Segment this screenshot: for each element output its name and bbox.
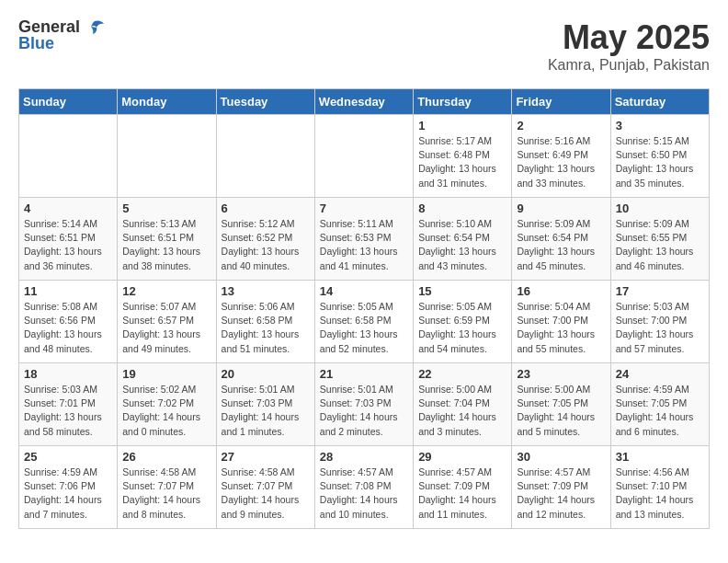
sunset-text: Sunset: 7:05 PM [517, 397, 588, 408]
sunrise-text: Sunrise: 5:10 AM [418, 218, 492, 229]
calendar-cell: 27Sunrise: 4:58 AMSunset: 7:07 PMDayligh… [216, 446, 314, 529]
day-info: Sunrise: 5:05 AMSunset: 6:59 PMDaylight:… [418, 300, 506, 356]
calendar-week-1: 1Sunrise: 5:17 AMSunset: 6:48 PMDaylight… [19, 115, 710, 198]
sunrise-text: Sunrise: 5:04 AM [517, 301, 590, 312]
sunset-text: Sunset: 6:52 PM [222, 232, 293, 243]
daylight-hours-label: Daylight: 14 hours [320, 494, 398, 505]
daylight-hours-label: Daylight: 14 hours [517, 494, 595, 505]
sunset-text: and 48 minutes. [24, 343, 93, 354]
calendar-week-2: 4Sunrise: 5:14 AMSunset: 6:51 PMDaylight… [19, 198, 710, 281]
sunrise-text: Sunrise: 4:57 AM [418, 466, 492, 477]
day-number: 3 [616, 119, 704, 132]
day-info: Sunrise: 5:00 AMSunset: 7:04 PMDaylight:… [418, 383, 506, 439]
sunset-text: and 57 minutes. [616, 343, 685, 354]
daylight-hours-label: Daylight: 13 hours [616, 163, 694, 174]
daylight-hours-label: Daylight: 14 hours [418, 494, 496, 505]
daylight-hours-label: Daylight: 13 hours [418, 163, 496, 174]
sunrise-text: Sunrise: 5:05 AM [418, 301, 492, 312]
day-info: Sunrise: 4:57 AMSunset: 7:08 PMDaylight:… [320, 465, 408, 522]
day-info: Sunrise: 5:09 AMSunset: 6:55 PMDaylight:… [616, 217, 704, 273]
day-number: 31 [616, 450, 704, 464]
day-info: Sunrise: 4:58 AMSunset: 7:07 PMDaylight:… [122, 465, 210, 522]
sunset-text: and 58 minutes. [24, 426, 93, 437]
day-info: Sunrise: 4:58 AMSunset: 7:07 PMDaylight:… [222, 465, 310, 522]
weekday-header-monday: Monday [118, 89, 216, 115]
sunset-text: Sunset: 7:10 PM [616, 480, 688, 491]
sunrise-text: Sunrise: 5:12 AM [222, 218, 295, 229]
calendar-cell: 6Sunrise: 5:12 AMSunset: 6:52 PMDaylight… [216, 198, 314, 281]
sunset-text: Sunset: 7:02 PM [122, 397, 194, 408]
sunset-text: and 45 minutes. [517, 260, 586, 271]
day-info: Sunrise: 4:59 AMSunset: 7:06 PMDaylight:… [24, 465, 112, 522]
daylight-hours-label: Daylight: 13 hours [418, 246, 496, 257]
day-info: Sunrise: 5:03 AMSunset: 7:01 PMDaylight:… [24, 383, 112, 439]
daylight-hours-label: Daylight: 13 hours [222, 246, 300, 257]
day-info: Sunrise: 5:14 AMSunset: 6:51 PMDaylight:… [24, 217, 112, 273]
sunrise-text: Sunrise: 4:58 AM [122, 466, 196, 477]
sunrise-text: Sunrise: 4:58 AM [222, 466, 295, 477]
logo-bird-icon [84, 19, 104, 36]
sunset-text: and 38 minutes. [122, 260, 191, 271]
sunrise-text: Sunrise: 5:03 AM [616, 301, 689, 312]
sunset-text: and 51 minutes. [222, 343, 290, 354]
sunset-text: and 0 minutes. [122, 426, 186, 437]
calendar-table: SundayMondayTuesdayWednesdayThursdayFrid… [18, 88, 710, 529]
day-number: 27 [222, 450, 310, 464]
day-info: Sunrise: 4:57 AMSunset: 7:09 PMDaylight:… [418, 465, 506, 522]
calendar-header: General Blue May 2025 Kamra, Punjab, Pak… [18, 18, 710, 74]
calendar-week-4: 18Sunrise: 5:03 AMSunset: 7:01 PMDayligh… [19, 363, 710, 446]
day-number: 21 [320, 367, 408, 381]
daylight-hours-label: Daylight: 14 hours [122, 411, 200, 422]
day-info: Sunrise: 4:59 AMSunset: 7:05 PMDaylight:… [616, 383, 704, 439]
calendar-cell: 16Sunrise: 5:04 AMSunset: 7:00 PMDayligh… [512, 281, 610, 363]
sunset-text: Sunset: 6:49 PM [517, 149, 588, 160]
calendar-cell: 20Sunrise: 5:01 AMSunset: 7:03 PMDayligh… [216, 363, 314, 446]
sunset-text: and 3 minutes. [418, 426, 482, 437]
calendar-cell: 26Sunrise: 4:58 AMSunset: 7:07 PMDayligh… [118, 446, 216, 529]
sunrise-text: Sunrise: 5:00 AM [517, 384, 590, 395]
daylight-hours-label: Daylight: 14 hours [24, 494, 102, 505]
sunset-text: Sunset: 6:50 PM [616, 149, 688, 160]
day-number: 2 [517, 119, 605, 132]
day-number: 28 [320, 450, 408, 464]
sunset-text: and 46 minutes. [616, 260, 685, 271]
day-number: 6 [222, 201, 310, 215]
weekday-header-friday: Friday [512, 89, 610, 115]
day-number: 26 [122, 450, 210, 464]
day-info: Sunrise: 5:10 AMSunset: 6:54 PMDaylight:… [418, 217, 506, 273]
sunrise-text: Sunrise: 5:17 AM [418, 135, 492, 146]
daylight-hours-label: Daylight: 13 hours [517, 163, 595, 174]
day-info: Sunrise: 4:56 AMSunset: 7:10 PMDaylight:… [616, 465, 704, 522]
calendar-cell: 24Sunrise: 4:59 AMSunset: 7:05 PMDayligh… [610, 363, 709, 446]
sunrise-text: Sunrise: 4:59 AM [24, 466, 97, 477]
sunset-text: Sunset: 6:54 PM [517, 232, 588, 243]
daylight-hours-label: Daylight: 14 hours [222, 494, 300, 505]
sunset-text: Sunset: 7:04 PM [418, 397, 490, 408]
sunset-text: Sunset: 7:07 PM [222, 480, 293, 491]
day-info: Sunrise: 5:07 AMSunset: 6:57 PMDaylight:… [122, 300, 210, 356]
sunset-text: Sunset: 7:09 PM [517, 480, 588, 491]
sunset-text: Sunset: 7:00 PM [517, 315, 588, 326]
day-number: 14 [320, 284, 408, 298]
calendar-cell: 13Sunrise: 5:06 AMSunset: 6:58 PMDayligh… [216, 281, 314, 363]
daylight-hours-label: Daylight: 13 hours [122, 328, 200, 339]
calendar-week-3: 11Sunrise: 5:08 AMSunset: 6:56 PMDayligh… [19, 281, 710, 363]
sunset-text: Sunset: 6:59 PM [418, 315, 490, 326]
sunrise-text: Sunrise: 5:16 AM [517, 135, 590, 146]
daylight-hours-label: Daylight: 14 hours [616, 411, 694, 422]
sunset-text: Sunset: 6:56 PM [24, 315, 96, 326]
sunset-text: Sunset: 6:54 PM [418, 232, 490, 243]
day-number: 22 [418, 367, 506, 381]
daylight-hours-label: Daylight: 13 hours [616, 328, 694, 339]
day-info: Sunrise: 5:01 AMSunset: 7:03 PMDaylight:… [320, 383, 408, 439]
calendar-cell: 21Sunrise: 5:01 AMSunset: 7:03 PMDayligh… [314, 363, 413, 446]
daylight-hours-label: Daylight: 13 hours [122, 246, 200, 257]
daylight-hours-label: Daylight: 13 hours [24, 246, 102, 257]
sunset-text: and 52 minutes. [320, 343, 389, 354]
daylight-hours-label: Daylight: 13 hours [24, 411, 102, 422]
calendar-cell: 12Sunrise: 5:07 AMSunset: 6:57 PMDayligh… [118, 281, 216, 363]
calendar-cell: 28Sunrise: 4:57 AMSunset: 7:08 PMDayligh… [314, 446, 413, 529]
calendar-cell: 18Sunrise: 5:03 AMSunset: 7:01 PMDayligh… [19, 363, 118, 446]
day-number: 15 [418, 284, 506, 298]
sunset-text: and 55 minutes. [517, 343, 586, 354]
